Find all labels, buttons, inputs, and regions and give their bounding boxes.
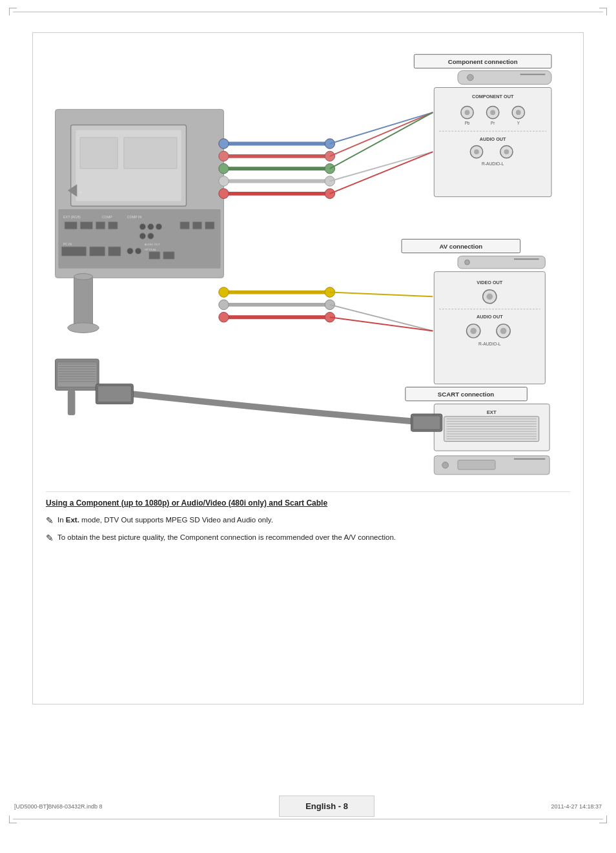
note-icon-2: ✎ [46, 531, 54, 545]
svg-point-98 [486, 294, 493, 300]
svg-rect-37 [57, 362, 97, 387]
footer: [UD5000-BT]BN68-03432R.indb 8 English - … [0, 796, 616, 817]
svg-point-72 [325, 139, 334, 149]
svg-rect-33 [74, 276, 93, 326]
svg-rect-76 [224, 167, 330, 170]
svg-point-13 [148, 233, 154, 240]
svg-point-84 [325, 189, 334, 198]
svg-text:OPTICAL: OPTICAL [145, 248, 157, 251]
svg-point-80 [219, 176, 229, 186]
svg-rect-29 [192, 221, 202, 229]
svg-rect-73 [224, 154, 330, 158]
svg-text:COMP: COMP [102, 215, 112, 219]
svg-text:SCART connection: SCART connection [438, 391, 495, 398]
svg-text:AV connection: AV connection [439, 243, 482, 250]
main-content-box: EXT (RGB) COMP COMP IN PC IN AUDIO OUT O [32, 32, 584, 704]
svg-text:PC IN: PC IN [63, 243, 72, 246]
svg-text:AUDIO OUT: AUDIO OUT [145, 243, 160, 246]
svg-point-34 [74, 274, 93, 280]
svg-rect-139 [458, 460, 495, 470]
svg-rect-106 [224, 291, 330, 294]
svg-rect-15 [80, 221, 92, 229]
notes-area: Using a Component (up to 1080p) or Audio… [46, 491, 570, 556]
svg-line-85 [330, 112, 433, 143]
svg-point-68 [504, 149, 509, 154]
svg-rect-19 [61, 247, 87, 256]
svg-point-78 [325, 163, 334, 173]
note-1-text: In Ext. mode, DTV Out supports MPEG SD V… [57, 514, 273, 526]
svg-point-12 [139, 233, 146, 240]
svg-point-22 [127, 248, 134, 254]
svg-rect-14 [65, 221, 77, 229]
svg-rect-4 [124, 138, 177, 169]
svg-point-11 [156, 223, 162, 230]
svg-point-83 [219, 189, 229, 198]
svg-line-117 [330, 317, 433, 331]
svg-text:R-AUDIO-L: R-AUDIO-L [478, 342, 501, 346]
svg-text:COMP IN: COMP IN [127, 215, 142, 219]
svg-rect-112 [224, 315, 330, 319]
svg-point-81 [325, 176, 334, 186]
svg-rect-82 [224, 192, 330, 196]
note-1-bold: Ext. [66, 516, 79, 524]
svg-point-10 [148, 223, 154, 230]
svg-line-116 [330, 305, 433, 331]
svg-rect-26 [149, 252, 160, 260]
svg-rect-109 [224, 303, 330, 307]
svg-line-115 [330, 293, 433, 297]
svg-rect-52 [434, 88, 551, 197]
svg-point-71 [219, 139, 229, 149]
svg-rect-133 [98, 386, 131, 402]
svg-rect-17 [108, 221, 118, 229]
svg-line-89 [330, 152, 433, 194]
svg-text:EXT: EXT [487, 409, 497, 415]
svg-rect-135 [413, 416, 440, 429]
svg-rect-28 [180, 221, 190, 229]
svg-text:EXT (RGB): EXT (RGB) [63, 215, 81, 219]
svg-rect-21 [108, 247, 121, 256]
svg-point-51 [467, 74, 474, 81]
svg-rect-30 [205, 221, 215, 229]
svg-text:Component connection: Component connection [448, 58, 518, 65]
svg-point-35 [68, 323, 99, 333]
notes-title: Using a Component (up to 1080p) or Audio… [46, 498, 570, 508]
svg-text:▲: ▲ [78, 189, 83, 194]
svg-point-61 [516, 110, 521, 115]
svg-rect-92 [458, 256, 545, 269]
svg-line-88 [330, 152, 433, 181]
svg-point-55 [465, 110, 470, 115]
svg-text:AUDIO OUT: AUDIO OUT [480, 136, 506, 142]
svg-text:VIDEO OUT: VIDEO OUT [477, 280, 502, 285]
page-top-line [13, 12, 603, 12]
svg-text:AUDIO OUT: AUDIO OUT [477, 314, 503, 320]
svg-point-66 [474, 149, 479, 154]
svg-point-58 [490, 110, 495, 115]
diagram-area: EXT (RGB) COMP COMP IN PC IN AUDIO OUT O [46, 46, 570, 485]
svg-point-138 [442, 462, 449, 469]
svg-text:COMPONENT OUT: COMPONENT OUT [472, 94, 514, 99]
svg-point-9 [139, 223, 146, 230]
svg-line-87 [330, 112, 433, 169]
svg-point-77 [219, 163, 229, 173]
svg-point-102 [470, 328, 477, 334]
svg-point-23 [135, 248, 141, 254]
footer-page-indicator: English - 8 [279, 796, 375, 817]
note-line-2: ✎ To obtain the best picture quality, th… [46, 531, 570, 545]
svg-text:R-AUDIO-L: R-AUDIO-L [482, 161, 504, 166]
note-line-1: ✎ In Ext. mode, DTV Out supports MPEG SD… [46, 514, 570, 528]
svg-rect-95 [434, 272, 545, 384]
svg-rect-16 [96, 221, 105, 229]
note-icon-1: ✎ [46, 513, 54, 528]
note-2-text: To obtain the best picture quality, the … [57, 531, 396, 543]
svg-point-113 [219, 313, 229, 322]
svg-point-74 [219, 151, 229, 161]
svg-rect-70 [224, 142, 330, 146]
svg-point-75 [325, 151, 334, 161]
svg-rect-20 [90, 247, 105, 256]
svg-point-104 [500, 328, 507, 334]
svg-line-86 [330, 112, 433, 156]
connection-diagram: EXT (RGB) COMP COMP IN PC IN AUDIO OUT O [46, 46, 570, 485]
svg-text:Pb: Pb [465, 121, 470, 126]
svg-rect-46 [68, 390, 76, 415]
svg-rect-79 [224, 180, 330, 183]
